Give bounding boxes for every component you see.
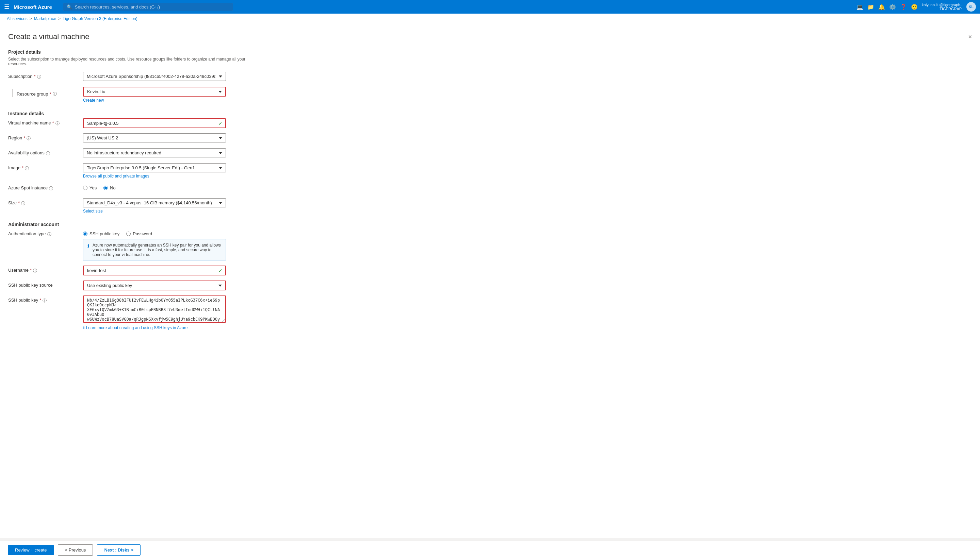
ssh-key-source-label: SSH public key source (8, 281, 83, 288)
size-row: Size * ⓘ Standard_D4s_v3 - 4 vcpus, 16 G… (8, 198, 972, 213)
image-info-icon[interactable]: ⓘ (25, 165, 29, 171)
avatar[interactable]: KL (967, 2, 976, 12)
availability-select[interactable]: No infrastructure redundancy required (83, 148, 226, 157)
vm-name-row: Virtual machine name * ⓘ ✓ (8, 118, 972, 129)
select-size-link[interactable]: Select size (83, 209, 103, 213)
vm-name-input[interactable] (83, 118, 226, 128)
feedback-icon[interactable]: 🙂 (911, 4, 918, 10)
azure-spot-no-radio[interactable] (103, 186, 108, 190)
subscription-required: * (34, 74, 36, 79)
ssh-public-key-control: Nb/4/ZzLB16g38bIFUI2vFEwLHg4ibOYm055aIPL… (83, 296, 226, 330)
username-row: Username * ⓘ ✓ (8, 266, 972, 276)
main-content: Create a virtual machine × Project detai… (0, 24, 980, 538)
size-label: Size * ⓘ (8, 198, 83, 207)
auth-type-radio-group: SSH public key Password (83, 229, 226, 237)
azure-spot-label: Azure Spot instance ⓘ (8, 183, 83, 192)
auth-ssh-label: SSH public key (90, 231, 119, 237)
region-info-icon[interactable]: ⓘ (27, 136, 31, 141)
admin-account-title: Administrator account (8, 222, 972, 227)
auth-type-info-icon[interactable]: ⓘ (47, 232, 51, 237)
learn-more-info-icon: ℹ (83, 325, 85, 330)
auth-type-label: Authentication type ⓘ (8, 229, 83, 237)
hamburger-icon[interactable]: ☰ (4, 3, 10, 10)
availability-info-icon[interactable]: ⓘ (46, 150, 50, 156)
info-box-icon: ℹ (88, 243, 89, 257)
ssh-public-key-label: SSH public key * ⓘ (8, 296, 83, 304)
ssh-public-key-textarea[interactable]: Nb/4/ZzLB16g38bIFUI2vFEwLHg4ibOYm055aIPL… (83, 296, 226, 322)
vm-name-check: ✓ (219, 121, 222, 126)
topbar-icons: 💻 📁 🔔 ⚙️ ❓ 🙂 (856, 4, 918, 10)
vm-name-input-wrap: ✓ (83, 118, 226, 128)
resource-group-control: Kevin.Liu Create new (83, 87, 226, 103)
cloud-shell-icon[interactable]: 💻 (856, 4, 863, 10)
vm-name-control: ✓ (83, 118, 226, 128)
subscription-row: Subscription * ⓘ Microsoft Azure Sponsor… (8, 72, 972, 82)
user-name: kaiyuan.liu@tigergraph.... (922, 3, 964, 7)
azure-spot-yes-label: Yes (90, 185, 97, 190)
search-input[interactable] (75, 5, 229, 10)
breadcrumb-tigergraph[interactable]: TigerGraph Version 3 (Enterprise Edition… (63, 17, 138, 21)
azure-spot-control: Yes No (83, 183, 226, 190)
region-label: Region * ⓘ (8, 133, 83, 141)
ssh-info-box: ℹ Azure now automatically generates an S… (83, 239, 226, 261)
azure-spot-no-option[interactable]: No (103, 185, 116, 190)
image-control: TigerGraph Enterprise 3.0.5 (Single Serv… (83, 163, 226, 179)
region-select[interactable]: (US) West US 2 (83, 133, 226, 142)
auth-type-row: Authentication type ⓘ SSH public key Pas… (8, 229, 972, 261)
settings-icon[interactable]: ⚙️ (889, 4, 896, 10)
username-input-wrap: ✓ (83, 266, 226, 275)
info-box-text: Azure now automatically generates an SSH… (93, 243, 222, 257)
azure-spot-yes-radio[interactable] (83, 186, 88, 190)
azure-spot-info-icon[interactable]: ⓘ (49, 186, 53, 192)
azure-spot-radio-group: Yes No (83, 183, 226, 190)
image-select[interactable]: TigerGraph Enterprise 3.0.5 (Single Serv… (83, 163, 226, 172)
page-title-row: Create a virtual machine × (8, 32, 972, 41)
breadcrumb: All services > Marketplace > TigerGraph … (0, 13, 980, 24)
user-info[interactable]: kaiyuan.liu@tigergraph.... TIGERGRAPH KL (922, 2, 976, 12)
directory-icon[interactable]: 📁 (867, 4, 874, 10)
size-control: Standard_D4s_v3 - 4 vcpus, 16 GiB memory… (83, 198, 226, 213)
breadcrumb-sep-2: > (58, 17, 61, 21)
azure-spot-no-label: No (110, 185, 116, 190)
availability-row: Availability options ⓘ No infrastructure… (8, 148, 972, 159)
subscription-info-icon[interactable]: ⓘ (37, 74, 41, 80)
ssh-key-source-select[interactable]: Use existing public key (83, 281, 226, 290)
subscription-select[interactable]: Microsoft Azure Sponsorship (f831c65f-f0… (83, 72, 226, 81)
breadcrumb-all-services[interactable]: All services (7, 17, 28, 21)
auth-password-radio[interactable] (126, 232, 131, 236)
project-details-title: Project details (8, 49, 972, 55)
resource-group-label: Resource group * ⓘ (8, 87, 83, 97)
ssh-key-source-row: SSH public key source Use existing publi… (8, 281, 972, 291)
region-row: Region * ⓘ (US) West US 2 (8, 133, 972, 144)
topbar: ☰ Microsoft Azure 🔍 💻 📁 🔔 ⚙️ ❓ 🙂 kaiyuan… (0, 0, 980, 13)
username-info-icon[interactable]: ⓘ (33, 268, 37, 274)
search-bar[interactable]: 🔍 (63, 3, 233, 11)
subscription-control: Microsoft Azure Sponsorship (f831c65f-f0… (83, 72, 226, 81)
size-select[interactable]: Standard_D4s_v3 - 4 vcpus, 16 GiB memory… (83, 198, 226, 207)
resource-group-required: * (50, 91, 51, 97)
breadcrumb-marketplace[interactable]: Marketplace (34, 17, 56, 21)
ssh-public-key-info-icon[interactable]: ⓘ (43, 298, 46, 304)
size-info-icon[interactable]: ⓘ (21, 201, 25, 207)
resource-group-select[interactable]: Kevin.Liu (83, 87, 226, 97)
learn-more-link[interactable]: Learn more about creating and using SSH … (86, 326, 188, 330)
azure-spot-row: Azure Spot instance ⓘ Yes No (8, 183, 972, 194)
username-check: ✓ (219, 268, 222, 273)
help-icon[interactable]: ❓ (900, 4, 907, 10)
auth-password-option[interactable]: Password (126, 231, 152, 237)
azure-spot-yes-option[interactable]: Yes (83, 185, 97, 190)
vm-name-info-icon[interactable]: ⓘ (55, 121, 60, 126)
availability-label: Availability options ⓘ (8, 148, 83, 156)
close-button[interactable]: × (968, 33, 972, 40)
username-input[interactable] (83, 266, 226, 275)
auth-ssh-option[interactable]: SSH public key (83, 231, 119, 237)
subscription-label: Subscription * ⓘ (8, 72, 83, 80)
resource-group-info-icon[interactable]: ⓘ (53, 91, 57, 97)
create-new-link[interactable]: Create new (83, 98, 104, 103)
browse-images-link[interactable]: Browse all public and private images (83, 174, 149, 179)
instance-details-title: Instance details (8, 111, 972, 116)
auth-ssh-radio[interactable] (83, 232, 88, 236)
auth-password-label: Password (133, 231, 152, 237)
image-row: Image * ⓘ TigerGraph Enterprise 3.0.5 (S… (8, 163, 972, 179)
notification-icon[interactable]: 🔔 (878, 4, 885, 10)
